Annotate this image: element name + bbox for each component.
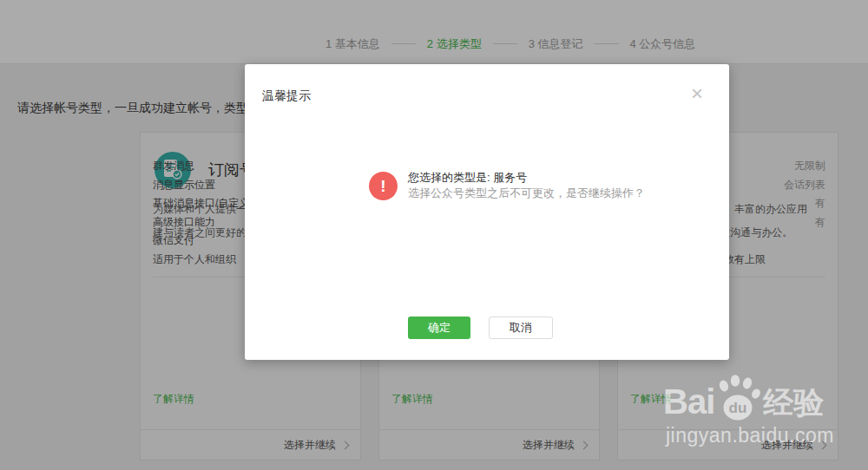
cancel-button[interactable]: 取消 xyxy=(489,317,553,339)
confirm-button[interactable]: 确定 xyxy=(408,317,470,339)
confirm-dialog: 温馨提示 × ! 您选择的类型是: 服务号 选择公众号类型之后不可更改，是否继续… xyxy=(245,64,729,360)
close-icon[interactable]: × xyxy=(691,83,703,104)
alert-icon: ! xyxy=(369,172,398,200)
dialog-message-title: 您选择的类型是: 服务号 xyxy=(408,171,527,185)
dialog-title: 温馨提示 xyxy=(262,88,311,102)
dialog-message-body: 选择公众号类型之后不可更改，是否继续操作？ xyxy=(408,186,645,200)
